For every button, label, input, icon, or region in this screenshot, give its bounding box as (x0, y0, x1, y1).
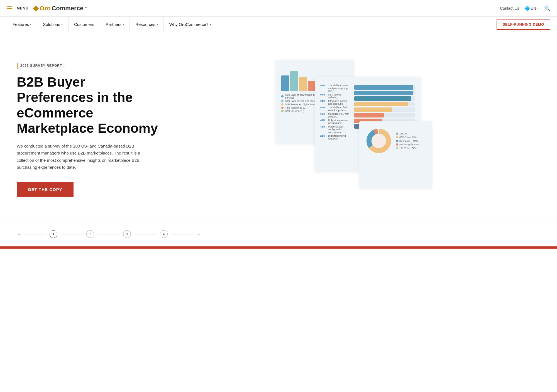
pagination: ← 1 2 3 4 → (0, 222, 557, 246)
logo-icon: ◆ (33, 4, 38, 13)
contact-link[interactable]: Contact Us (500, 6, 519, 11)
globe-icon: 🌐 (525, 6, 530, 11)
logo-commerce: Commerce (52, 5, 83, 12)
logo[interactable]: ◆ OroCommerce™ (33, 4, 87, 13)
bar-1 (281, 75, 289, 91)
resources-chevron-icon: ▾ (157, 23, 158, 26)
language-selector[interactable]: 🌐 EN ▾ (525, 6, 539, 11)
nav-item-features[interactable]: Features ▾ (7, 17, 37, 32)
nav-features-label: Features (13, 22, 29, 27)
svg-point-4 (372, 134, 386, 148)
page-line-3 (97, 234, 120, 234)
page-dot-4[interactable]: 4 (160, 230, 168, 238)
top-bar-left: MENU ◆ OroCommerce™ (7, 4, 87, 13)
page-line-2 (61, 234, 83, 234)
page-dot-3[interactable]: 3 (123, 230, 131, 238)
donut-area: 1% 0% 65% 1% – 24% 28% 25% – 49% 5% Roug… (365, 127, 426, 155)
demo-button[interactable]: SELF-RUNNING DEMO (497, 19, 550, 30)
nav-item-solutions[interactable]: Solutions ▾ (37, 17, 69, 32)
chart-container: 58% Lack of searchable information about… (265, 60, 437, 199)
lang-label: EN (531, 6, 536, 11)
page-line-1 (24, 234, 46, 234)
page-dot-1[interactable]: 1 (50, 230, 57, 238)
get-copy-button[interactable]: GET THE COPY (17, 182, 74, 197)
bar-2 (290, 71, 298, 91)
logo-tm: ™ (84, 7, 87, 10)
bar-3 (299, 77, 307, 91)
next-arrow[interactable]: → (196, 231, 201, 237)
logo-oro: Oro (40, 5, 50, 12)
why-chevron-icon: ▾ (210, 23, 211, 26)
hero-content: 2023 SURVEY REPORT B2B Buyer Preferences… (17, 63, 162, 197)
menu-label: MENU (17, 6, 28, 10)
nav-bar: Features ▾ Solutions ▾ Customers Partner… (0, 17, 557, 32)
search-button[interactable]: 🔍 (544, 5, 550, 11)
top-bar: MENU ◆ OroCommerce™ Contact Us 🌐 EN ▾ 🔍 (0, 0, 557, 17)
donut-legend: 1% 0% 65% 1% – 24% 28% 25% – 49% 5% Roug… (396, 131, 419, 150)
bottom-bar (0, 246, 557, 249)
lang-chevron-icon: ▾ (537, 7, 539, 10)
legend-list: 97%The ability to save multiple shopping… (320, 84, 351, 140)
page-line-4 (134, 234, 157, 234)
partners-chevron-icon: ▾ (123, 23, 124, 26)
search-icon: 🔍 (544, 6, 550, 11)
nav-customers-label: Customers (74, 22, 94, 27)
hero-title: B2B Buyer Preferences in the eCommerce M… (17, 74, 162, 136)
nav-item-resources[interactable]: Resources ▾ (130, 17, 164, 32)
nav-item-customers[interactable]: Customers (69, 17, 100, 32)
survey-badge: 2023 SURVEY REPORT (17, 63, 65, 69)
hero-description: We conducted a survey of the 100 US- and… (17, 143, 145, 171)
page-line-5 (171, 234, 193, 234)
nav-item-partners[interactable]: Partners ▾ (100, 17, 130, 32)
top-bar-right: Contact Us 🌐 EN ▾ 🔍 (500, 5, 550, 11)
donut-chart (365, 127, 393, 155)
nav-solutions-label: Solutions (43, 22, 60, 27)
nav-item-why[interactable]: Why OroCommerce? ▾ (164, 17, 217, 32)
menu-button[interactable] (7, 6, 12, 10)
nav-why-label: Why OroCommerce? (169, 22, 209, 27)
chart2-legend: 97%The ability to save multiple shopping… (320, 82, 351, 166)
nav-links: Features ▾ Solutions ▾ Customers Partner… (7, 17, 217, 32)
features-chevron-icon: ▾ (30, 23, 31, 26)
nav-resources-label: Resources (135, 22, 155, 27)
page-dot-2[interactable]: 2 (86, 230, 94, 238)
prev-arrow[interactable]: ← (17, 231, 22, 237)
hero-visual: 58% Lack of searchable information about… (162, 60, 540, 199)
chart-card-3: 1% 0% 65% 1% – 24% 28% 25% – 49% 5% Roug… (359, 121, 432, 188)
hero-section: 2023 SURVEY REPORT B2B Buyer Preferences… (0, 32, 557, 222)
nav-partners-label: Partners (106, 22, 121, 27)
solutions-chevron-icon: ▾ (61, 23, 63, 26)
